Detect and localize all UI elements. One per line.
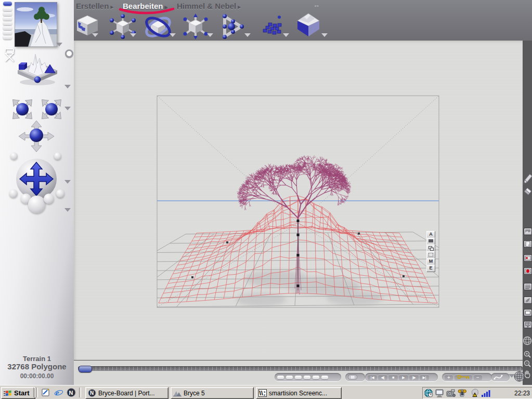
tool-dropdown-icon[interactable] <box>283 33 289 37</box>
family-color-swatch <box>429 239 433 242</box>
selection-pill-group <box>275 373 341 381</box>
tool-dropdown-icon[interactable] <box>170 33 176 37</box>
animation-mode-button[interactable] <box>491 373 510 381</box>
spheres-dropdown-icon[interactable] <box>64 208 71 212</box>
task-button-screencorder[interactable]: \\ s c smartision Screenc... <box>256 387 342 399</box>
view-pill[interactable] <box>3 17 12 21</box>
skip-start-button[interactable]: |◀ <box>368 375 377 380</box>
skip-end-button[interactable]: ▶| <box>420 375 429 380</box>
screencorder-icon: \\ s c <box>258 389 267 397</box>
top-menu-bar: Erstellen▸ Bearbeiten▸ Himmel & Nebel▸ ↔ <box>68 0 532 41</box>
tool-dropdown-icon[interactable] <box>92 33 98 37</box>
timeline-scrubber[interactable] <box>79 366 92 372</box>
align-tool-icon[interactable] <box>217 14 244 37</box>
view-memory-sphere-main[interactable] <box>28 196 46 213</box>
tray-screencam-icon[interactable] <box>446 389 456 397</box>
menu-himmel-nebel[interactable]: Himmel & Nebel▸ <box>177 2 241 10</box>
trackball-dropdown-icon[interactable] <box>64 180 71 184</box>
zoom-in-icon[interactable] <box>523 350 531 358</box>
create-dropdown-icon[interactable] <box>64 85 71 88</box>
material-button[interactable]: M <box>426 258 435 265</box>
timeline-ticks <box>83 367 522 370</box>
render-icon[interactable] <box>524 267 532 275</box>
internet-explorer-icon[interactable]: e <box>54 388 63 397</box>
selection-pill[interactable] <box>313 376 319 379</box>
view-memory-sphere[interactable] <box>44 194 54 204</box>
camera-dropdown-icon[interactable] <box>64 107 71 110</box>
view-memory-sphere[interactable] <box>9 189 18 198</box>
task-button-bryce5[interactable]: Bryce 5 <box>171 387 254 399</box>
play-button[interactable]: ▶ <box>399 375 408 380</box>
rotate-tool-icon[interactable] <box>142 14 170 37</box>
terrain-editor-tool-icon[interactable] <box>294 12 321 36</box>
scene-tray-icon[interactable] <box>15 51 60 87</box>
show-desktop-icon[interactable] <box>42 388 51 397</box>
keyframe-key-button[interactable] <box>455 375 472 380</box>
pencil-icon[interactable] <box>523 173 532 186</box>
view-pill[interactable] <box>3 7 12 11</box>
delete-keyframe-button[interactable]: − <box>474 375 482 380</box>
stop-button[interactable]: ■ <box>388 375 398 380</box>
render-area-icon[interactable] <box>524 254 532 262</box>
step-forward-button[interactable]: |▶ <box>409 375 419 380</box>
task-button-bryce-board[interactable]: N Bryce-Board | Port... <box>85 387 168 399</box>
attributes-button[interactable]: A <box>426 231 435 238</box>
tray-warning-icon[interactable] <box>469 389 479 397</box>
edit-button[interactable]: E <box>426 265 435 272</box>
svg-text:e: e <box>56 389 59 397</box>
reposition-tool-icon[interactable] <box>181 14 208 37</box>
view-memory-sphere[interactable] <box>56 189 64 198</box>
tool-dropdown-icon[interactable] <box>207 33 213 37</box>
tray-audio-key-icon[interactable] <box>458 389 467 397</box>
add-keyframe-button[interactable]: + <box>445 375 453 380</box>
director-chair-icon[interactable] <box>3 48 16 62</box>
view-pill[interactable] <box>3 21 12 25</box>
zoom-out-icon[interactable] <box>523 359 531 368</box>
picture-icon[interactable] <box>524 228 532 235</box>
tool-dropdown-icon[interactable] <box>321 33 328 37</box>
preview-dropdown-icon[interactable] <box>56 43 62 46</box>
view-pill[interactable] <box>3 35 12 40</box>
step-back-button[interactable]: ◀| <box>378 375 387 380</box>
selection-pill[interactable] <box>321 376 328 379</box>
selection-pill[interactable] <box>277 376 284 379</box>
preview-animation-button[interactable] <box>345 373 365 381</box>
origin-point-button[interactable] <box>426 251 435 259</box>
view-pill[interactable] <box>3 31 12 35</box>
tray-globe-clock-icon[interactable] <box>424 389 433 397</box>
page-icon[interactable] <box>524 240 532 248</box>
multi-replicate-tool-icon[interactable] <box>259 16 286 40</box>
viewport[interactable]: A M E <box>74 41 523 360</box>
view-pill-active[interactable] <box>3 2 12 6</box>
timeline-track[interactable] <box>78 366 523 371</box>
collapse-expand-icon[interactable]: ↔ <box>313 1 320 9</box>
menu-erstellen[interactable]: Erstellen▸ <box>76 2 113 10</box>
grid-export-icon[interactable] <box>524 321 532 328</box>
netscape-icon[interactable]: N <box>67 388 76 397</box>
wireframe-scene[interactable] <box>74 41 523 360</box>
selection-pill[interactable] <box>304 376 310 379</box>
taskbar-divider <box>79 388 81 397</box>
menu-himmel-nebel-label: Himmel & Nebel <box>177 2 236 10</box>
brush-icon[interactable] <box>524 297 532 304</box>
family-link-button[interactable] <box>426 244 435 252</box>
wireframe-sphere-icon[interactable] <box>523 336 532 345</box>
frame-icon[interactable] <box>524 309 532 316</box>
view-pill[interactable] <box>3 26 12 30</box>
nano-preview-radio[interactable] <box>65 49 73 58</box>
view-pill[interactable] <box>3 12 12 16</box>
tool-dropdown-icon[interactable] <box>244 33 251 37</box>
taskbar-divider <box>36 388 38 397</box>
tray-signal-bars-icon[interactable] <box>481 389 491 397</box>
globe-time-icon[interactable] <box>514 371 525 382</box>
selection-pill[interactable] <box>286 376 293 379</box>
camera-pan-control[interactable] <box>18 120 55 153</box>
eraser-icon[interactable] <box>523 187 532 197</box>
start-button[interactable]: Start <box>1 387 35 399</box>
selection-pill[interactable] <box>295 376 302 379</box>
render-preview-thumbnail[interactable] <box>15 2 57 47</box>
family-color-button[interactable] <box>426 238 435 245</box>
tool-dropdown-icon[interactable] <box>130 33 136 37</box>
text-lines-icon[interactable] <box>524 283 532 290</box>
tray-display-icon[interactable] <box>435 389 444 397</box>
